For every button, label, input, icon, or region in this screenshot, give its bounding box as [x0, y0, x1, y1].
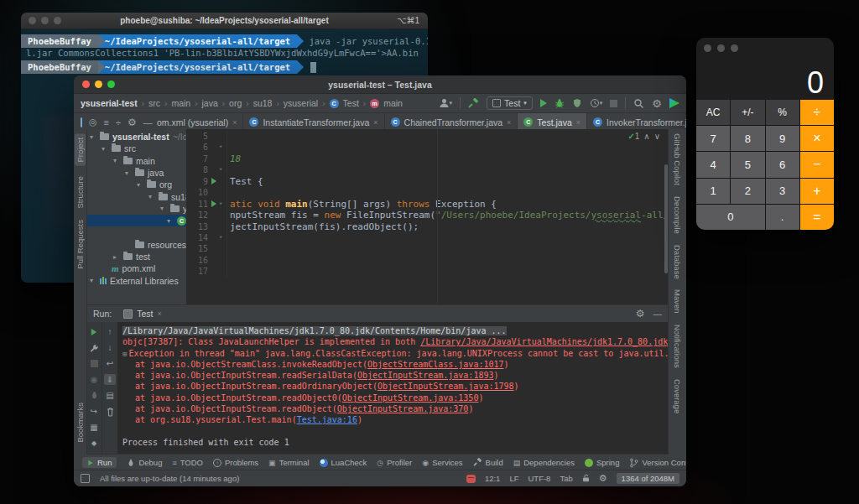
close-icon[interactable]: ×	[232, 118, 237, 127]
tool-window-project[interactable]: Project	[75, 134, 86, 166]
stop-icon[interactable]	[88, 358, 100, 369]
tab-instantiate-transformer[interactable]: C InstantiateTransformer.java ×	[243, 113, 384, 131]
breadcrumb-class[interactable]: Test	[343, 98, 359, 108]
run-configuration-select[interactable]: Test ▾	[487, 96, 533, 110]
locate-file-icon[interactable]: ◎	[89, 117, 97, 127]
down-stack-icon[interactable]: ↓	[104, 342, 116, 353]
detach-icon[interactable]: ↪	[88, 406, 100, 417]
tree-row-main[interactable]: ▾ main	[86, 155, 186, 167]
stack-frame-link[interactable]: ObjectInputStream.java:1893	[357, 371, 494, 380]
ide-window[interactable]: ysuserial-test – Test.java ysuserial-tes…	[74, 75, 686, 486]
chevron-down-icon[interactable]: ▾	[102, 145, 108, 153]
run-gutter-icon[interactable]	[211, 178, 216, 184]
chevron-down-icon[interactable]: ▾	[90, 277, 96, 284]
stack-frame-link[interactable]: ObjectInputStream.java:1798	[377, 382, 514, 391]
tool-window-switcher-icon[interactable]	[81, 474, 90, 483]
chevron-down-icon[interactable]: ▾	[113, 157, 120, 164]
stop-button[interactable]	[610, 100, 617, 107]
tab-chained-transformer[interactable]: C ChainedTransformer.java ×	[385, 113, 518, 131]
toolbar-todo[interactable]: ≡TODO	[172, 458, 203, 467]
run-console[interactable]: /Library/Java/JavaVirtualMachines/jdk1.7…	[117, 322, 669, 455]
toolbar-version-control[interactable]: Version Control	[629, 458, 686, 468]
console-link[interactable]: /Library/Java/JavaVirtualMachines/jdk1.7…	[420, 337, 669, 346]
tree-row-resources[interactable]: resources	[86, 239, 186, 251]
calc-button-multiply[interactable]: ×	[800, 126, 834, 151]
stack-frame-link[interactable]: Test.java:16	[297, 415, 357, 424]
tree-row-test-folder[interactable]: ▸ test	[86, 251, 186, 262]
next-problem-icon[interactable]: ∨	[654, 132, 660, 141]
inspection-widget[interactable]: ✓1 ∧ ∨	[627, 132, 660, 141]
panel-settings-icon[interactable]: ⚙	[128, 117, 137, 128]
run-console-tab[interactable]: Test ×	[123, 309, 162, 319]
calc-button-2[interactable]: 2	[731, 179, 764, 204]
tab-invoker-transformer[interactable]: C InvokerTransformer.java ×	[587, 113, 686, 131]
tool-window-coverage[interactable]: Coverage	[673, 379, 682, 413]
tree-row-test-class-selected[interactable]: ▾ C	[86, 215, 186, 226]
terminal-titlebar[interactable]: phoebe@sushiba: ~/IdeaProjects/ysoserial…	[21, 13, 428, 29]
tree-root-row[interactable]: ▾ ysuserial-test ~/Id	[86, 131, 186, 143]
tool-window-database[interactable]: Database	[673, 245, 682, 279]
breadcrumb-item[interactable]: src	[148, 98, 160, 108]
calc-button-subtract[interactable]: −	[800, 152, 834, 177]
stack-frame-link[interactable]: ObjectStreamClass.java:1017	[367, 360, 504, 369]
profile-icon[interactable]: ▾	[439, 98, 453, 108]
calculator-window[interactable]: 0 AC +/- % ÷ 7 8 9 × 4 5 6 − 1 2 3 + 0 .…	[696, 38, 834, 230]
up-stack-icon[interactable]: ↑	[104, 326, 116, 337]
minimize-button[interactable]	[717, 44, 725, 52]
tool-window-github-copilot[interactable]: GitHub Copilot	[673, 133, 682, 185]
pin-icon[interactable]: ◆	[88, 438, 100, 449]
ide-titlebar[interactable]: ysuserial-test – Test.java	[74, 75, 686, 94]
settings-gear-icon[interactable]: ⚙	[652, 98, 662, 109]
calc-button-negate[interactable]: +/-	[731, 100, 764, 125]
view-mode-icon[interactable]	[81, 117, 82, 127]
close-icon[interactable]: ×	[576, 118, 580, 127]
tree-row-src[interactable]: ▾ src	[86, 143, 186, 154]
expand-all-icon[interactable]: ≡	[104, 117, 109, 127]
breadcrumb-item[interactable]: org	[229, 98, 242, 108]
calc-button-decimal[interactable]: .	[766, 205, 799, 230]
zoom-button[interactable]	[731, 44, 738, 52]
calc-button-add[interactable]: +	[800, 179, 834, 204]
build-hammer-icon[interactable]	[468, 98, 479, 109]
collapse-all-icon[interactable]: ÷	[116, 117, 121, 127]
breadcrumb-method[interactable]: main	[383, 98, 403, 108]
run-settings-icon[interactable]: ⚙	[636, 308, 645, 320]
camera-dump-icon[interactable]: ◉	[88, 374, 100, 385]
lock-icon[interactable]	[582, 474, 590, 484]
wrench-icon[interactable]	[88, 342, 100, 353]
tool-window-decompile[interactable]: Decompile	[673, 196, 682, 234]
tab-pom-xml[interactable]: om.xml (ysuserial) ×	[151, 113, 243, 131]
calc-button-1[interactable]: 1	[696, 179, 730, 204]
calc-button-9[interactable]: 9	[766, 126, 799, 151]
toolbar-dependencies[interactable]: ▤Dependencies	[513, 458, 575, 467]
chevron-down-icon[interactable]: ▾	[167, 217, 174, 225]
close-button[interactable]	[704, 44, 711, 52]
project-tree-panel[interactable]: ▾ ysuserial-test ~/Id ▾ src ▾ main ▾ jav…	[86, 129, 187, 304]
tool-window-maven[interactable]: Maven	[673, 289, 682, 314]
toolbar-problems[interactable]: !Problems	[213, 458, 258, 467]
clear-trash-icon[interactable]	[104, 406, 116, 417]
calc-button-7[interactable]: 7	[696, 126, 730, 151]
fold-icon[interactable]: ▾	[219, 232, 226, 243]
breadcrumb-item[interactable]: su18	[253, 98, 273, 108]
tool-window-pull-requests[interactable]: Pull Requests	[75, 220, 85, 269]
breadcrumb-item[interactable]: ysuserial	[284, 98, 318, 108]
toolbar-terminal[interactable]: ▣Terminal	[268, 458, 309, 467]
calc-button-divide[interactable]: ÷	[800, 100, 834, 125]
search-icon[interactable]	[633, 98, 644, 109]
calc-button-5[interactable]: 5	[731, 152, 764, 177]
toolbar-run[interactable]: Run	[82, 457, 117, 468]
stack-frame-link[interactable]: ObjectInputStream.java:1350	[342, 393, 479, 403]
red-status-icon[interactable]	[466, 475, 476, 483]
plugin-logo-icon[interactable]	[669, 98, 679, 108]
calc-button-4[interactable]: 4	[696, 152, 730, 177]
tab-test-java[interactable]: C Test.java ×	[518, 113, 587, 131]
terminal-body[interactable]: PhoebeBuffay ~/IdeaProjects/ysoserial-al…	[21, 29, 428, 74]
tool-window-structure[interactable]: Structure	[75, 176, 85, 209]
cloud-settings-icon[interactable]: ⚙	[599, 473, 607, 484]
toolbar-profiler[interactable]: ◷Profiler	[377, 458, 412, 467]
chevron-down-icon[interactable]: ▾	[160, 205, 167, 212]
caret-position[interactable]: 12:1	[485, 474, 501, 483]
toolbar-spring[interactable]: Spring	[585, 458, 619, 467]
chevron-down-icon[interactable]: ▾	[125, 169, 132, 177]
